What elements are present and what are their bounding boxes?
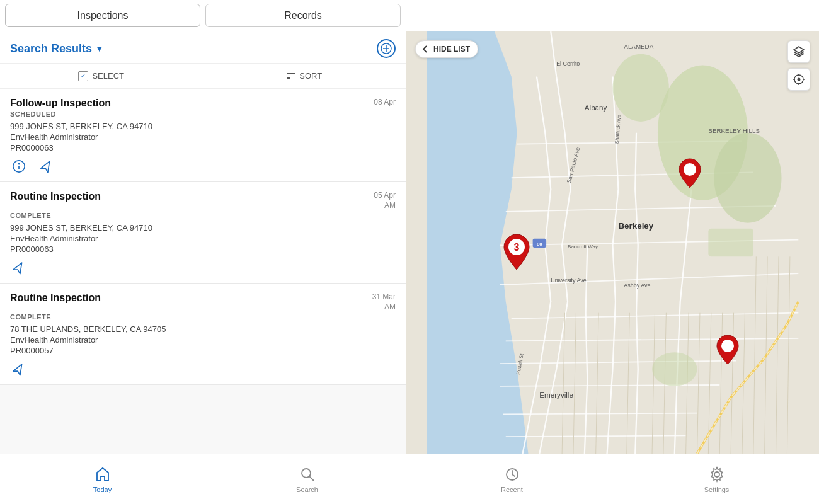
recent-icon [503,466,521,483]
checkbox-icon: ✓ [78,71,88,81]
map-panel[interactable]: 80 San Pablo Ave Shattuck Ave University… [406,32,819,454]
inspection-admin-2: EnvHealth Administrator [10,335,396,345]
inspection-status-1: COMPLETE [10,212,396,219]
add-button[interactable] [377,39,396,58]
inspection-list: Follow-up Inspection 08 Apr SCHEDULED 99… [0,89,406,454]
search-results-title[interactable]: Search Results ▾ [10,42,101,55]
svg-point-5 [18,163,19,164]
info-icon-0[interactable] [10,158,28,175]
svg-point-14 [652,352,697,386]
layers-button[interactable] [788,40,810,63]
tab-bar: Inspections Records [0,0,406,31]
page-header: Inspections Records [0,0,819,32]
svg-text:Emeryville: Emeryville [539,391,573,399]
svg-text:80: 80 [537,241,542,247]
inspection-date-1: 05 Apr AM [374,191,396,210]
svg-text:ALAMEDA: ALAMEDA [624,43,653,50]
inspection-item-0-header: Follow-up Inspection 08 Apr [10,98,396,109]
nav-label-today: Today [93,486,112,493]
select-button[interactable]: ✓ SELECT [0,64,203,88]
svg-point-11 [613,54,669,122]
inspection-admin-1: EnvHealth Administrator [10,234,396,243]
svg-marker-7 [13,261,25,274]
sort-button[interactable]: SORT [203,64,406,88]
map-pin-1[interactable] [677,158,702,189]
today-icon [94,466,112,483]
svg-text:University Ave: University Ave [551,277,586,284]
nav-label-settings: Settings [704,486,730,493]
svg-text:El Cerrito: El Cerrito [556,60,580,67]
svg-point-35 [798,78,801,81]
location-button[interactable] [788,68,810,91]
inspection-actions-2 [10,360,396,378]
inspection-address-0: 999 JONES ST, BERKELEY, CA 94710 [10,122,396,131]
inspection-item-1[interactable]: Routine Inspection 05 Apr AM COMPLETE 99… [0,182,406,284]
select-sort-bar: ✓ SELECT SORT [0,64,406,89]
inspection-admin-0: EnvHealth Administrator [10,132,396,142]
bottom-nav: Today Search Recent Settings [0,454,819,504]
svg-text:Albany: Albany [585,103,607,112]
inspection-date-2: 31 Mar AM [372,292,396,312]
inspection-title-1: Routine Inspection [10,191,101,202]
hide-list-button[interactable]: HIDE LIST [415,40,478,58]
tab-records[interactable]: Records [205,4,401,27]
tab-inspections[interactable]: Inspections [5,4,200,27]
inspection-date-0: 08 Apr [374,98,396,108]
svg-marker-33 [794,47,804,53]
inspection-pr-2: PR0000057 [10,346,396,355]
layers-icon [793,45,805,58]
map-pin-cluster[interactable]: 3 [501,233,532,271]
chevron-down-icon: ▾ [97,43,101,54]
inspection-pr-1: PR0000063 [10,244,396,254]
inspection-item-1-header: Routine Inspection 05 Apr AM [10,191,396,210]
svg-point-31 [684,163,696,176]
nav-item-recent[interactable]: Recent [410,461,614,498]
inspection-status-2: COMPLETE [10,313,396,321]
main-layout: Search Results ▾ ✓ SELECT SORT [0,32,819,454]
inspection-item-2[interactable]: Routine Inspection 31 Mar AM COMPLETE 78… [0,284,406,385]
svg-point-43 [714,472,719,477]
inspection-item-0[interactable]: Follow-up Inspection 08 Apr SCHEDULED 99… [0,89,406,182]
navigate-icon-0[interactable] [38,158,55,175]
svg-point-40 [302,469,311,478]
inspection-address-1: 999 JONES ST, BERKELEY, CA 94710 [10,223,396,232]
nav-label-search: Search [296,486,318,493]
svg-marker-6 [41,159,53,173]
nav-item-today[interactable]: Today [0,461,205,498]
inspection-status-0: SCHEDULED [10,110,396,118]
inspection-actions-0 [10,158,396,175]
chevron-left-icon [421,45,430,54]
settings-icon [708,466,726,483]
inspection-title-0: Follow-up Inspection [10,98,111,109]
search-results-header: Search Results ▾ [0,32,406,64]
left-panel: Search Results ▾ ✓ SELECT SORT [0,32,406,454]
inspection-address-2: 78 THE UPLANDS, BERKELEY, CA 94705 [10,324,396,334]
map-header-space [406,0,819,31]
inspection-actions-1 [10,259,396,277]
svg-point-32 [721,340,734,352]
svg-text:BERKELEY HILLS: BERKELEY HILLS [708,127,760,134]
svg-marker-8 [13,362,25,375]
svg-line-41 [309,476,314,481]
navigate-icon-2[interactable] [10,360,28,378]
svg-point-12 [714,133,781,223]
search-icon [299,466,316,483]
map-controls [788,40,810,91]
svg-text:Ashby Ave: Ashby Ave [624,282,650,289]
svg-text:Berkeley: Berkeley [618,221,653,231]
map-background: 80 San Pablo Ave Shattuck Ave University… [406,32,819,454]
plus-icon [381,43,392,54]
map-pin-2[interactable] [715,334,740,365]
nav-label-recent: Recent [501,486,523,493]
nav-item-settings[interactable]: Settings [614,461,819,498]
svg-text:Bancroft Way: Bancroft Way [568,244,598,249]
navigate-icon-1[interactable] [10,259,28,277]
location-icon [793,73,805,86]
inspection-pr-0: PR0000063 [10,143,396,152]
sort-icon [287,73,295,79]
svg-rect-13 [708,229,753,257]
nav-item-search[interactable]: Search [205,461,410,498]
inspection-item-2-header: Routine Inspection 31 Mar AM [10,292,396,312]
inspection-title-2: Routine Inspection [10,292,101,304]
svg-text:3: 3 [514,242,520,253]
